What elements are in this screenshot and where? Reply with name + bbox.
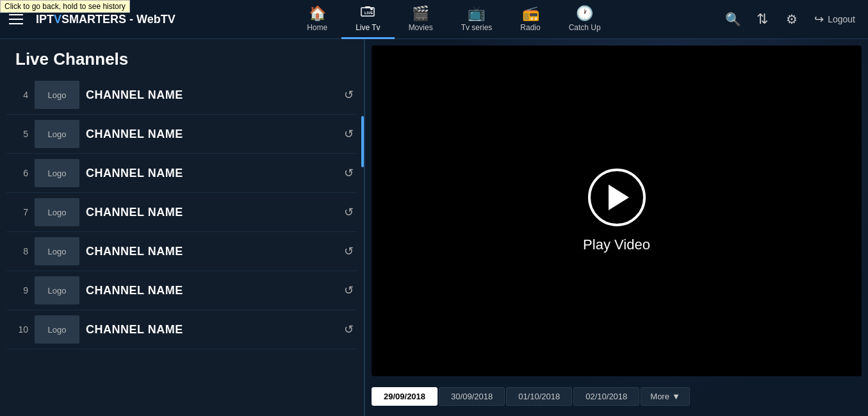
svg-text:LIVE: LIVE: [364, 11, 373, 15]
channel-logo: Logo: [35, 237, 79, 265]
reload-icon[interactable]: ↺: [344, 205, 354, 219]
date-button[interactable]: 30/09/2018: [439, 387, 505, 406]
logout-button[interactable]: ↪ Logout: [808, 6, 862, 33]
sort-icon: ⇅: [757, 11, 768, 28]
channel-row[interactable]: 8 Logo CHANNEL NAME ↺: [6, 232, 357, 271]
logout-icon: ↪: [814, 12, 824, 26]
app-logo: IPTV SMARTERS - WebTV: [36, 13, 176, 26]
channel-name: CHANNEL NAME: [86, 167, 338, 180]
channel-name: CHANNEL NAME: [86, 323, 338, 337]
radio-icon: 📻: [522, 6, 539, 21]
channel-name: CHANNEL NAME: [86, 284, 338, 297]
channel-name: CHANNEL NAME: [86, 206, 338, 219]
channel-row[interactable]: 6 Logo CHANNEL NAME ↺: [6, 154, 357, 193]
channel-row[interactable]: 7 Logo CHANNEL NAME ↺: [6, 193, 357, 232]
channel-logo: Logo: [35, 81, 79, 109]
live-channels-title: Live Channels: [15, 49, 128, 69]
chevron-down-icon: ▼: [672, 392, 680, 401]
movies-icon: 🎬: [412, 6, 429, 21]
nav-item-tv-series[interactable]: 📺 Tv series: [447, 0, 507, 39]
date-button[interactable]: 01/10/2018: [506, 387, 572, 406]
play-button-circle[interactable]: [588, 169, 646, 226]
hamburger-icon: [9, 14, 23, 24]
sort-button[interactable]: ⇅: [749, 6, 776, 33]
nav-item-live-tv[interactable]: LIVE Live Tv: [341, 0, 394, 39]
svg-rect-1: [365, 6, 370, 8]
reload-icon[interactable]: ↺: [344, 283, 354, 297]
channel-number: 6: [10, 168, 28, 178]
logo-iptv: IPTV: [36, 13, 61, 26]
nav-label-live-tv: Live Tv: [356, 23, 380, 32]
channel-name: CHANNEL NAME: [86, 88, 338, 102]
scroll-indicator: [361, 116, 364, 167]
tooltip: Click to go back, hold to see history: [0, 0, 130, 13]
reload-icon[interactable]: ↺: [344, 88, 354, 102]
settings-icon: ⚙: [786, 12, 798, 27]
header: IPTV SMARTERS - WebTV 🏠 Home LIVE Live T…: [0, 0, 868, 39]
logo-smarters: SMARTERS - WebTV: [61, 13, 176, 26]
nav-item-movies[interactable]: 🎬 Movies: [395, 0, 447, 39]
channel-list[interactable]: 4 Logo CHANNEL NAME ↺ 5 Logo CHANNEL NAM…: [0, 76, 364, 416]
channel-name: CHANNEL NAME: [86, 245, 338, 258]
channel-logo: Logo: [35, 276, 79, 304]
search-button[interactable]: 🔍: [719, 6, 746, 33]
reload-icon[interactable]: ↺: [344, 166, 354, 180]
header-actions: 🔍 ⇅ ⚙ ↪ Logout: [719, 6, 862, 33]
channel-logo: Logo: [35, 198, 79, 226]
left-panel: Live Channels 4 Logo CHANNEL NAME ↺ 5 Lo…: [0, 39, 365, 416]
main-container: Live Channels 4 Logo CHANNEL NAME ↺ 5 Lo…: [0, 39, 868, 416]
channel-row[interactable]: 10 Logo CHANNEL NAME ↺: [6, 310, 357, 349]
date-bar: 29/09/201830/09/201801/10/201802/10/2018…: [372, 383, 862, 410]
channel-logo: Logo: [35, 120, 79, 148]
play-label: Play Video: [583, 237, 650, 253]
more-label: More: [650, 392, 669, 401]
channel-name: CHANNEL NAME: [86, 128, 338, 141]
video-player[interactable]: Play Video: [372, 46, 862, 376]
right-panel: Play Video 29/09/201830/09/201801/10/201…: [365, 39, 868, 416]
settings-button[interactable]: ⚙: [778, 6, 805, 33]
nav-label-radio: Radio: [520, 23, 540, 32]
nav-item-catch-up[interactable]: 🕐 Catch Up: [555, 0, 615, 39]
more-dates-button[interactable]: More▼: [641, 387, 690, 406]
search-icon: 🔍: [725, 12, 741, 27]
home-icon: 🏠: [309, 6, 326, 21]
nav-label-catch-up: Catch Up: [569, 23, 601, 32]
channel-number: 4: [10, 90, 28, 100]
channel-logo: Logo: [35, 315, 79, 344]
nav-label-tv-series: Tv series: [461, 23, 493, 32]
channel-number: 9: [10, 285, 28, 295]
catch-up-icon: 🕐: [576, 6, 593, 21]
channel-logo: Logo: [35, 159, 79, 187]
reload-icon[interactable]: ↺: [344, 244, 354, 258]
left-panel-header: Live Channels: [0, 39, 364, 76]
svg-point-2: [370, 8, 373, 10]
channel-number: 10: [10, 324, 28, 335]
date-button[interactable]: 02/10/2018: [573, 387, 639, 406]
channel-number: 7: [10, 207, 28, 217]
nav-item-home[interactable]: 🏠 Home: [293, 0, 341, 39]
tv-series-icon: 📺: [468, 6, 485, 21]
nav-item-radio[interactable]: 📻 Radio: [506, 0, 554, 39]
channel-number: 8: [10, 246, 28, 256]
channel-row[interactable]: 4 Logo CHANNEL NAME ↺: [6, 76, 357, 115]
logout-label: Logout: [828, 14, 855, 24]
nav-label-movies: Movies: [409, 23, 433, 32]
live-tv-icon: LIVE: [360, 5, 375, 21]
date-button[interactable]: 29/09/2018: [372, 387, 438, 406]
play-icon: [609, 185, 629, 210]
channel-row[interactable]: 9 Logo CHANNEL NAME ↺: [6, 271, 357, 310]
channel-number: 5: [10, 129, 28, 139]
channel-row[interactable]: 5 Logo CHANNEL NAME ↺: [6, 115, 357, 154]
reload-icon[interactable]: ↺: [344, 322, 354, 337]
nav-label-home: Home: [307, 23, 327, 32]
reload-icon[interactable]: ↺: [344, 127, 354, 141]
main-nav: 🏠 Home LIVE Live Tv 🎬 Movies 📺 Tv series: [188, 0, 719, 39]
